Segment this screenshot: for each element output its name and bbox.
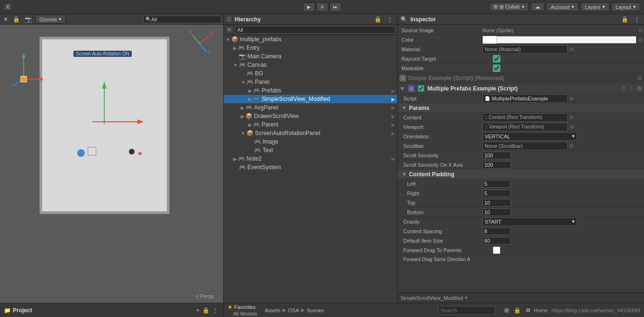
right-input[interactable] [482, 190, 511, 197]
hierarchy-lock-btn[interactable]: 🔒 [373, 16, 383, 23]
assets-search[interactable] [438, 306, 495, 315]
script-gear-icon[interactable]: ⚙ [637, 85, 642, 92]
assets-tool-1[interactable]: ⊞ [503, 307, 510, 314]
collab-button[interactable]: ⊞ ⊞ Collab ▾ [489, 2, 529, 11]
gizmos-button[interactable]: Gizmos ▾ [35, 15, 66, 24]
inspector-lock-btn[interactable]: 🔒 [620, 16, 630, 23]
content-spacing-label: Content Spacing [399, 228, 482, 234]
layers-button[interactable]: Layers ▾ [581, 2, 609, 11]
project-lock-btn[interactable]: 🔒 [201, 307, 211, 314]
script-field[interactable]: 📄 MultiplePrefabsExample [482, 94, 568, 103]
breadcrumb-osa[interactable]: OSA [288, 308, 299, 313]
inspector-object-dropdown[interactable]: ▾ [465, 295, 468, 301]
content-field[interactable]: :: Content (Rect Transform) [482, 113, 568, 122]
orientation-dropdown[interactable]: VERTICAL ▾ [482, 132, 577, 141]
hier-item-bg[interactable]: 🎮 BG [224, 69, 397, 78]
scroll-sense-input[interactable] [482, 152, 511, 159]
hierarchy-add-btn[interactable]: + [226, 26, 233, 33]
forward-drag-checkbox[interactable] [482, 246, 511, 254]
hier-label-simple: SimpleScrollView_Modified [262, 96, 330, 102]
assets-home[interactable]: Home [534, 308, 548, 313]
default-item-input[interactable] [482, 237, 511, 245]
inspector-object-name: SimpleScrollView_Modified [400, 295, 463, 301]
inspector-more-btn[interactable]: ⋮ [633, 16, 641, 23]
gravity-dropdown[interactable]: START ▾ [482, 217, 577, 226]
viewport-select-icon[interactable]: ⊙ [570, 124, 573, 129]
viewport-field[interactable]: :: Viewport (Rect Transform) [482, 123, 568, 131]
content-padding-section[interactable]: ▼ Content Padding [398, 170, 644, 179]
source-image-select-icon[interactable]: ⊙ [638, 27, 642, 33]
step-button[interactable]: ⏭ [329, 2, 342, 12]
maskable-checkbox[interactable] [482, 64, 511, 72]
hier-item-avg[interactable]: ▶ 🎮 AvgPanel ▶ [224, 103, 397, 112]
material-field[interactable]: None (Material) [482, 45, 568, 54]
hier-item-simple-scroll[interactable]: ▶ 🎮 SimpleScrollView_Modified ▶ [224, 95, 397, 103]
scene-close-btn[interactable]: ✕ [2, 16, 9, 23]
hierarchy-search[interactable] [235, 26, 395, 34]
bottom-input[interactable] [482, 208, 511, 216]
script-select-icon[interactable]: ⊙ [570, 96, 573, 101]
account-dropdown-icon: ▾ [571, 4, 574, 10]
color-picker-btn[interactable]: ⊙ [638, 37, 642, 42]
hier-item-multiple-prefabs[interactable]: ▼ 📦 multiple_prefabs ⋮ [224, 35, 397, 44]
scene-camera-btn[interactable]: 📷 [23, 16, 33, 23]
hier-item-panel[interactable]: ▼ 🎮 Panel [224, 78, 397, 86]
content-spacing-input[interactable] [482, 227, 511, 235]
raycast-checkbox[interactable] [482, 55, 511, 63]
hier-item-prefabs[interactable]: ▶ 🎮 Prefabs ▶ [224, 86, 397, 95]
color-picker[interactable] [482, 36, 636, 44]
hier-item-eventsystem[interactable]: 🎮 EventSystem [224, 163, 397, 172]
svg-line-16 [200, 44, 207, 52]
scene-search-input[interactable] [151, 17, 180, 22]
material-select-icon[interactable]: ⊙ [570, 46, 573, 52]
scrollbar-select-icon[interactable]: ⊙ [570, 143, 573, 148]
breadcrumb-assets[interactable]: Assets [265, 308, 281, 313]
color-value[interactable]: ⊙ [482, 36, 642, 44]
hier-label-main-camera: Main Camera [247, 53, 281, 60]
favorites-label: Favorites [234, 304, 255, 310]
hier-label-image: Image [263, 138, 278, 145]
xit-btn[interactable]: X [4, 3, 12, 10]
layers-dropdown-icon: ▾ [602, 4, 605, 10]
inspector-icon: 🔍 [400, 16, 408, 23]
removed-gear-icon[interactable]: ⚙ [637, 75, 642, 82]
pause-button[interactable]: ⏸ [316, 2, 328, 12]
cloud-button[interactable]: ☁ [531, 2, 544, 11]
favorites-item[interactable]: ★ Favorites [227, 304, 257, 310]
hier-item-text[interactable]: 🎮 Text [224, 146, 397, 154]
breadcrumb-scenes[interactable]: Scenes [307, 308, 324, 313]
hier-item-main-camera[interactable]: 📷 Main Camera [224, 52, 397, 61]
hierarchy-more-btn[interactable]: ⋮ [386, 16, 394, 23]
layout-button[interactable]: Layout ▾ [611, 2, 640, 11]
hier-item-note2[interactable]: ▶ 🎮 Note2 ▶ [224, 154, 397, 163]
hier-arrow-simple: ▶ [248, 97, 252, 102]
hier-item-canvas[interactable]: ▼ 🎮 Canvas [224, 61, 397, 69]
script-help-icon[interactable]: ? [622, 86, 625, 91]
inspector-row-viewport: Viewport :: Viewport (Rect Transform) ⊙ [398, 122, 644, 132]
hier-item-image[interactable]: 🎮 Image [224, 137, 397, 146]
assets-tool-3[interactable]: ⚙ [524, 307, 532, 314]
hier-expand-drawer: ▶ [391, 114, 395, 119]
scrollbar-field[interactable]: None (Scrollbar) [482, 142, 568, 150]
breadcrumb: Assets ▶ OSA ▶ Scenes [265, 307, 324, 313]
script-kebab-icon[interactable]: ⋮ [629, 85, 634, 91]
script-enabled-checkbox[interactable] [418, 85, 424, 91]
play-button[interactable]: ▶ [303, 2, 315, 12]
assets-tool-2[interactable]: 🔒 [512, 307, 522, 314]
inspector-row-forward-drag: Forward Drag To Parents [398, 245, 644, 255]
top-input[interactable] [482, 199, 511, 207]
project-add-btn[interactable]: + [195, 307, 201, 314]
content-select-icon[interactable]: ⊙ [570, 115, 573, 120]
script-component-icon: S [408, 85, 415, 92]
scene-lock-btn[interactable]: 🔒 [11, 16, 21, 23]
hier-item-entry[interactable]: ▶ 🎮 Entry [224, 44, 397, 52]
hier-item-parent[interactable]: ▶ 🎮 Parent ▶ [224, 120, 397, 129]
hier-item-screen[interactable]: ▼ 📦 ScreenAutoRotationPanel ▶ [224, 129, 397, 137]
hier-item-drawer[interactable]: ▶ 📦 DrawerScrollView ▶ [224, 112, 397, 120]
scroll-x-input[interactable] [482, 161, 511, 169]
params-section[interactable]: ▼ Params [398, 103, 644, 113]
left-input[interactable] [482, 180, 511, 188]
project-more-btn[interactable]: ⋮ [211, 307, 219, 314]
all-models-item[interactable]: All Models [227, 311, 257, 317]
account-button[interactable]: Account ▾ [546, 2, 579, 11]
